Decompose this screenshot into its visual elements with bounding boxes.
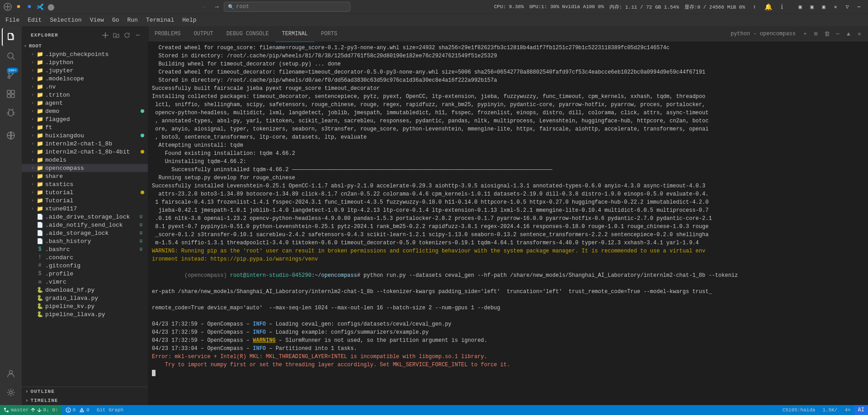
svg-point-12: [4, 408, 6, 410]
new-file-btn[interactable]: [101, 31, 110, 40]
tree-item-aide-notify[interactable]: › 📄 .aide_notify_send_lock U: [22, 221, 148, 229]
indent-status[interactable]: 4×: [841, 405, 854, 415]
tree-item-huixiangdou[interactable]: › 📁 huixiangdou: [22, 131, 148, 140]
panel-tab-terminal[interactable]: TERMINAL: [275, 26, 315, 42]
menu-edit[interactable]: Edit: [24, 15, 45, 25]
activity-source-control[interactable]: 10K+: [2, 66, 20, 84]
activity-search[interactable]: [2, 47, 20, 65]
tree-item-Tutorial[interactable]: › 📁 Tutorial: [22, 196, 148, 205]
tree-item-condarc[interactable]: › ! .condarc: [22, 253, 148, 261]
more-terminal-btn[interactable]: ⋯: [833, 29, 843, 39]
timeline-header[interactable]: › TIMELINE: [22, 396, 148, 405]
split-terminal-btn[interactable]: ⊞: [811, 29, 821, 39]
tree-item-agent[interactable]: › 📁 agent: [22, 99, 148, 107]
tree-item-ipython[interactable]: › 📁 .ipython: [22, 58, 148, 66]
tree-item-internlm2-1[interactable]: › 📁 internlm2-chat-1_8b: [22, 140, 148, 148]
tree-item-vimrc[interactable]: › ⚙ .vimrc: [22, 278, 148, 286]
tree-item-modelscope[interactable]: › 📁 .modelscope: [22, 75, 148, 83]
file-icon-gitconfig: #: [36, 262, 43, 269]
menu-go[interactable]: Go: [108, 15, 123, 25]
layout-btn-3[interactable]: ▣: [818, 1, 829, 12]
menu-view[interactable]: View: [86, 15, 108, 25]
maximize-panel-btn[interactable]: ▲: [844, 29, 854, 39]
tree-item-triton[interactable]: › 📁 .triton: [22, 91, 148, 99]
info-icon[interactable]: ℹ: [778, 3, 786, 11]
tree-item-gradio-llava[interactable]: › 🐍 gradio_llava.py: [22, 294, 148, 302]
tree-item-ipynb[interactable]: › 📁 .ipynb_checkpoints: [22, 50, 148, 58]
tree-item-ft[interactable]: › 📁 ft: [22, 123, 148, 131]
layout-btn-2[interactable]: ▣: [807, 1, 817, 12]
menu-terminal[interactable]: Terminal: [142, 15, 178, 25]
chevron-flagged: ›: [29, 116, 36, 123]
errors-status[interactable]: 0 0: [62, 405, 93, 415]
tree-item-flagged[interactable]: › 📁 flagged: [22, 115, 148, 123]
tree-item-pipeline-kv[interactable]: › 🐍 pipeline_kv.py: [22, 302, 148, 310]
tree-item-demo[interactable]: › 📁 demo: [22, 107, 148, 115]
tree-item-download-hf[interactable]: › 🐍 download_hf.py: [22, 286, 148, 294]
collapse-btn[interactable]: ⋯: [133, 31, 142, 40]
bell-icon[interactable]: 🔔: [764, 3, 772, 11]
activity-account[interactable]: [2, 364, 20, 382]
close-all-btn[interactable]: ✕: [830, 1, 841, 12]
dots-btn[interactable]: ⋯: [854, 1, 864, 12]
ai-status-badge[interactable]: AI: [854, 405, 868, 415]
tree-item-bash-history[interactable]: › 📄 .bash_history U: [22, 237, 148, 245]
term-line-5: Stored in directory: /root/.cache/pip/wh…: [152, 76, 864, 84]
menu-selection[interactable]: Selection: [46, 15, 85, 25]
tree-item-pipeline-llava[interactable]: › 🐍 pipeline_llava.py: [22, 310, 148, 318]
back-button[interactable]: ←: [198, 1, 209, 12]
menu-help[interactable]: Help: [179, 15, 200, 25]
refresh-btn[interactable]: [123, 31, 132, 40]
activity-files[interactable]: [2, 28, 20, 46]
tree-item-profile[interactable]: › $ .profile: [22, 270, 148, 278]
tree-item-share[interactable]: › 📁 share: [22, 172, 148, 180]
tree-item-gitconfig[interactable]: › # .gitconfig: [22, 261, 148, 270]
label-ft: ft: [45, 124, 148, 131]
label-agent: agent: [45, 100, 148, 107]
new-terminal-btn[interactable]: +: [800, 29, 810, 39]
upload-icon[interactable]: ⬆: [750, 3, 759, 11]
terminal-content[interactable]: Created wheel for rouge_score: filename=…: [148, 42, 868, 405]
panel-tab-ports[interactable]: PORTS: [315, 26, 344, 42]
activity-extensions[interactable]: [2, 85, 20, 103]
tree-item-tutorial-lower[interactable]: › 📁 tutorial: [22, 188, 148, 196]
menu-run[interactable]: Run: [123, 15, 141, 25]
folder-icon-stastics: 📁: [36, 181, 43, 188]
tree-item-aide-drive[interactable]: › 📄 .aide_drive_storage_lock U: [22, 213, 148, 221]
tree-item-aide-storage[interactable]: › 📄 .aide_storage_lock U: [22, 229, 148, 237]
label-pipeline-kv: pipeline_kv.py: [45, 303, 148, 310]
tree-item-nv[interactable]: › 📁 .nv: [22, 83, 148, 91]
new-folder-btn[interactable]: [112, 31, 121, 40]
line-col-status[interactable]: 1.5K/: [819, 405, 841, 415]
outline-header[interactable]: › OUTLINE: [22, 387, 148, 396]
panel-tab-debug[interactable]: DEBUG CONSOLE: [220, 26, 276, 42]
activity-remote[interactable]: [2, 126, 20, 145]
tree-item-models[interactable]: › 📁 models: [22, 156, 148, 164]
label-flagged: flagged: [45, 116, 148, 123]
close-panel-btn[interactable]: ✕: [854, 29, 864, 39]
activity-debug[interactable]: [2, 104, 20, 122]
kill-terminal-btn[interactable]: 🗑: [822, 29, 832, 39]
branch-status[interactable]: master 0↓ 0↑: [0, 405, 62, 415]
tree-root[interactable]: ▾ ROOT: [22, 42, 148, 50]
encoding-status[interactable]: C5195:haida: [779, 405, 819, 415]
maximize-btn[interactable]: ▽: [842, 1, 853, 12]
tree-item-internlm2-2[interactable]: › 📁 internlm2-chat-1_8b-4bit: [22, 148, 148, 156]
tree-item-opencompass[interactable]: › 📁 opencompass: [22, 164, 148, 172]
tree-item-jupyter[interactable]: › 📁 .jupyter: [22, 66, 148, 75]
menu-file[interactable]: File: [2, 15, 23, 25]
layout-btn-1[interactable]: ▣: [795, 1, 806, 12]
activity-settings[interactable]: [2, 383, 20, 401]
search-bar[interactable]: 🔍 root: [224, 2, 350, 12]
tree-item-stastics[interactable]: › 📁 stastics: [22, 180, 148, 188]
forward-button[interactable]: →: [211, 1, 222, 12]
tree-item-xtune[interactable]: › 📁 xtune0117: [22, 205, 148, 213]
panel-tab-output[interactable]: OUTPUT: [188, 26, 220, 42]
tree-item-bashrc[interactable]: › $ .bashrc U: [22, 245, 148, 253]
orange-icon: ●: [14, 3, 23, 11]
panel-tab-problems[interactable]: PROBLEMS: [148, 26, 188, 42]
label-opencompass: opencompass: [45, 165, 148, 172]
git-graph-status[interactable]: Git Graph: [93, 405, 127, 415]
label-stastics: stastics: [45, 181, 148, 188]
main-area: 10K+: [0, 26, 868, 405]
